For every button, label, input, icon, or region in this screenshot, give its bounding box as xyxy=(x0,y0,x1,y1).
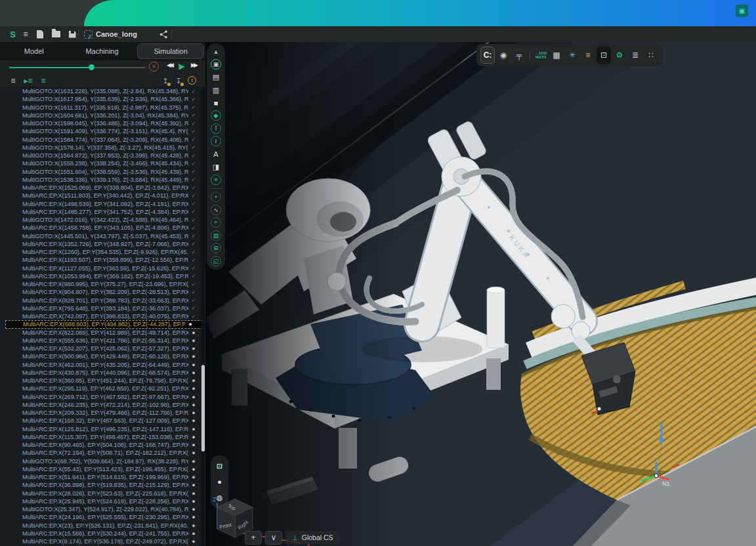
op-row[interactable]: MultiARC:EP.X(500.984), EP.Y(429.449), E… xyxy=(0,352,205,360)
op-row[interactable]: MultiARC:EP.X(209.332), EP.Y(479.466), E… xyxy=(0,409,205,417)
op-row[interactable]: MultiARC:EP.X(246.235), EP.Y(472.214), E… xyxy=(0,401,205,409)
scroll-up-icon[interactable]: ▴ xyxy=(207,45,225,58)
op-row[interactable]: MultiARC:EP.X(23), EP.Y(526.131), EP.Z(-… xyxy=(0,522,205,530)
robot-positioner-icon[interactable]: ▤ xyxy=(207,71,225,84)
vtool-divider[interactable] xyxy=(207,186,225,191)
machine-panel-icon[interactable]: ▦ xyxy=(549,47,564,64)
op-row[interactable]: MultiARC:EP.X(622.069), EP.Y(412.989), E… xyxy=(0,329,205,337)
robot-cell-icon[interactable]: ▣ xyxy=(207,58,225,72)
op-row[interactable]: MultiARC:EP.X(51.641), EP.Y(514.615), EP… xyxy=(0,473,205,481)
point-icon[interactable]: • xyxy=(207,191,225,204)
op-row[interactable]: MultiARC:EP.X(55.43), EP.Y(513.423), EP.… xyxy=(0,465,205,473)
kinematics-icon[interactable]: ✳ xyxy=(565,47,579,64)
op-row[interactable]: MultiARC:EP.X(1458.758), EP.Y(343.105), … xyxy=(0,224,205,232)
slider-thumb[interactable] xyxy=(89,64,94,70)
op-row[interactable]: MultiGOTO:X(1617.954), Y(335.639), Z(-2.… xyxy=(0,95,205,103)
display-options-icon[interactable]: ≣ xyxy=(628,47,642,64)
compact-list[interactable]: ≡ xyxy=(37,75,50,87)
apps-grid-icon[interactable]: ∷ xyxy=(644,47,658,64)
measure-caliper-icon[interactable]: ╤ xyxy=(512,47,526,64)
op-row[interactable]: MultiARC:EP.X(904.807), EP.Y(382.209), E… xyxy=(0,288,205,296)
op-row[interactable]: MultiARC:EP.X(90.465), EP.Y(504.108), EP… xyxy=(0,441,205,449)
toolbar-separator[interactable] xyxy=(530,50,530,60)
robot-tool-station-icon[interactable]: ▥ xyxy=(207,84,225,97)
op-row[interactable]: MultiARC:EP.X(1485.277), EP.Y(341.752), … xyxy=(0,208,205,216)
op-row[interactable]: MultiGOTO:X(68.702), Y(509.664), Z(-184.… xyxy=(0,457,205,465)
op-row[interactable]: MultiARC:EP.X(430.875), EP.Y(440.096), E… xyxy=(0,369,205,377)
warnings-button[interactable]: ! xyxy=(188,76,196,85)
op-row[interactable]: MultiGOTO:X(1584.774), Y(337.064), Z(-3.… xyxy=(0,136,205,144)
bounding-box-icon[interactable]: ◱ xyxy=(207,255,225,268)
expand-cs-button[interactable]: ∨ xyxy=(265,531,282,545)
op-row[interactable]: MultiARC:EP.X(295.119), EP.Y(462.859), E… xyxy=(0,385,205,392)
op-row[interactable]: MultiARC:EP.X(28.026), EP.Y(523.63), EP.… xyxy=(0,490,205,497)
op-row[interactable]: MultiGOTO:X(1472.016), Y(342.423), Z(-4.… xyxy=(0,216,205,224)
stop-simulation-button[interactable]: ✕ xyxy=(149,62,159,72)
op-row[interactable]: MultiARC:EP.X(1511.803), EP.Y(340.442), … xyxy=(0,192,205,200)
collision-control-icon[interactable]: ◉ xyxy=(496,47,511,64)
curve-icon[interactable]: ∿ xyxy=(207,203,225,217)
op-row[interactable]: MultiARC:EP.X(1260), EP.Y(354.535), EP.Z… xyxy=(0,248,205,256)
op-row[interactable]: MultiARC:EP.X(25.945), EP.Y(524.619), EP… xyxy=(0,497,205,505)
share-button[interactable] xyxy=(158,26,169,42)
robot-machining-mode-icon[interactable]: C: xyxy=(480,47,495,64)
op-row[interactable]: MultiGOTO:X(1591.409), Y(336.774), Z(-3.… xyxy=(0,127,205,135)
op-row[interactable]: MultiGOTO:X(1558.238), Y(338.254), Z(-3.… xyxy=(0,159,205,167)
rewind-button[interactable]: ◀◀ xyxy=(163,62,175,68)
add-cs-button[interactable]: + xyxy=(245,531,262,545)
op-row[interactable]: MultiARC:EP.X(555.636), EP.Y(421.786), E… xyxy=(0,337,205,345)
op-row[interactable]: MultiARC:EP.X(1352.726), EP.Y(348.927), … xyxy=(0,240,205,248)
oplist-scrollbar[interactable] xyxy=(201,87,205,546)
gcode-interpreter-icon[interactable]: →1GD NGT2 xyxy=(534,47,548,64)
op-row[interactable]: MultiGOTO:X(1611.317), Y(335.919), Z(-2.… xyxy=(0,104,205,112)
op-row[interactable]: MultiARC:EP.X(24.196), EP.Y(525.555), EP… xyxy=(0,513,205,521)
new-file-button[interactable] xyxy=(34,26,46,42)
tab-simulation[interactable]: Simulation xyxy=(137,43,204,59)
op-row[interactable]: MultiARC:EP.X(15.566), EP.Y(530.244), EP… xyxy=(0,530,205,537)
op-row[interactable]: MultiARC:EP.X(828.701), EP.Y(389.783), E… xyxy=(0,297,205,304)
save-button[interactable] xyxy=(66,26,78,42)
main-menu-button[interactable]: ≡ xyxy=(20,26,32,42)
app-logo[interactable]: S xyxy=(5,26,20,42)
op-row[interactable]: MultiARC:EP.X(1193.507), EP.Y(358.899), … xyxy=(0,256,205,264)
fixture-box-icon[interactable]: ◨ xyxy=(207,161,225,174)
op-row[interactable]: MultiARC:EP.X(462.001), EP.Y(435.205), E… xyxy=(0,361,205,369)
step-down-button[interactable]: ↧ xyxy=(173,75,184,86)
op-row[interactable]: MultiARC:EP.X(360.85), EP.Y(451.244), EP… xyxy=(0,377,205,385)
op-row[interactable]: MultiARC:EP.X(980.995), EP.Y(375.27), EP… xyxy=(0,280,205,288)
step-up-button[interactable]: ↥ xyxy=(160,75,171,86)
list-all-lines[interactable]: ≡ xyxy=(7,75,20,87)
op-row[interactable]: MultiARC:EP.X(36.898), EP.Y(519.835), EP… xyxy=(0,481,205,489)
grid-table-icon[interactable]: ⊞ xyxy=(207,242,225,255)
tab-model[interactable]: Model xyxy=(1,43,67,59)
layers-stack-icon[interactable]: ≡ xyxy=(581,47,595,64)
tab-machining[interactable]: Machining xyxy=(70,43,135,59)
stock-icon[interactable]: ■ xyxy=(207,96,225,110)
op-row[interactable]: MultiGOTO:X(25.347), Y(524.917), Z(-229.… xyxy=(0,505,205,513)
op-row[interactable]: MultiARC:EP.X(269.712), EP.Y(467.582), E… xyxy=(0,393,205,401)
op-row[interactable]: MultiGOTO:X(1538.336), Y(339.176), Z(-3.… xyxy=(0,176,205,184)
drill-bit-icon[interactable]: ≀ xyxy=(207,135,225,148)
op-row[interactable]: MultiGOTO:X(1551.604), Y(338.559), Z(-3.… xyxy=(0,168,205,176)
op-row[interactable]: MultiARC:EP.X(532.207), EP.Y(425.062), E… xyxy=(0,345,205,352)
solid-body-icon[interactable]: ▧ xyxy=(207,229,225,242)
viewport-3d[interactable]: KUKA xyxy=(205,42,756,546)
coordinate-system-selector[interactable]: ⊥ Global CS xyxy=(285,531,340,545)
op-row[interactable]: MultiGOTO:X(1604.681), Y(336.201), Z(-3.… xyxy=(0,112,205,119)
op-row[interactable]: MultiARC:EP.X(168.32), EP.Y(487.563), EP… xyxy=(0,417,205,425)
op-row[interactable]: MultiARC:EP.X(688.603), EP.Y(404.882), E… xyxy=(5,320,203,328)
op-row[interactable]: MultiARC:EP.X(125.812), EP.Y(496.235), E… xyxy=(0,425,205,433)
op-row[interactable]: MultiARC:EP.X(795.648), EP.Y(393.184), E… xyxy=(0,304,205,312)
viewport-3d-scene[interactable]: KUKA xyxy=(205,42,756,546)
op-row[interactable]: MultiGOTO:X(1578.14), Y(337.358), Z(-3.2… xyxy=(0,144,205,152)
op-row[interactable]: MultiGOTO:X(1564.872), Y(337.953), Z(-3.… xyxy=(0,152,205,159)
tool-holder-icon[interactable]: ◆ xyxy=(207,110,225,123)
op-row[interactable]: MultiGOTO:X(1445.501), Y(343.797), Z(-5.… xyxy=(0,232,205,240)
scrollbar-thumb[interactable] xyxy=(201,365,205,452)
fast-forward-button[interactable]: ▶▶ xyxy=(188,62,200,68)
project-doc-button[interactable]: 2 xyxy=(82,26,94,42)
op-row[interactable]: MultiARC:EP.X(8.174), EP.Y(536.178), EP.… xyxy=(0,537,205,545)
spindle-icon[interactable]: ⊺ xyxy=(207,122,225,135)
zoom-fit-icon[interactable]: ⊡ xyxy=(211,458,228,474)
follow-current-line[interactable]: ▸≡ xyxy=(22,75,35,87)
